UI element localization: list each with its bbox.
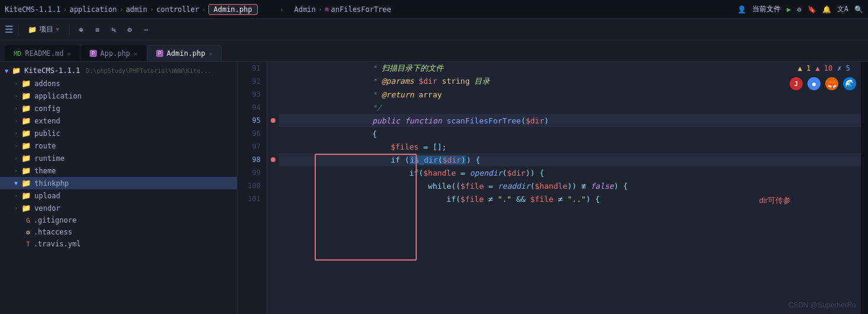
breadcrumb-active[interactable]: Admin.php xyxy=(208,4,258,15)
tree-item-upload[interactable]: › 📁 upload xyxy=(0,189,237,202)
line-96: 96 xyxy=(237,127,267,140)
breadcrumb-item-3[interactable]: admin xyxy=(126,5,147,14)
tree-item-theme[interactable]: › 📁 theme xyxy=(0,164,237,177)
divider-2 xyxy=(69,24,69,36)
main-layout: ▼ 📁 KiteCMS-1.1.1 D:\phpStudy\PHPTutoria… xyxy=(0,62,868,314)
current-file-label: 当前文件 xyxy=(752,4,781,14)
line-91: 91 xyxy=(237,62,267,75)
toolbar: ☰ 📁 项目 ▼ ⊕ ≡ ≒ ⚙ − xyxy=(0,19,868,40)
firefox-icon[interactable]: 🦊 xyxy=(825,77,838,90)
chrome-icon[interactable]: ● xyxy=(807,77,821,90)
minimize-icon[interactable]: − xyxy=(139,24,153,35)
label-runtime: runtime xyxy=(34,154,65,163)
folder-icon-thinkphp: 📁 xyxy=(21,179,31,188)
add-icon[interactable]: ⊕ xyxy=(74,24,88,35)
code-content[interactable]: * 扫描目录下的文件 * @params $dir string 目录 * @r… xyxy=(279,62,861,314)
translate-icon[interactable]: 文A xyxy=(837,4,848,14)
label-theme: theme xyxy=(34,167,56,175)
bp-95[interactable] xyxy=(267,114,279,127)
line-97: 97 xyxy=(237,140,267,153)
label-gitignore: .gitignore xyxy=(34,216,77,224)
line-92: 92 xyxy=(237,75,267,88)
folder-icon-extend: 📁 xyxy=(21,116,31,125)
label-application: application xyxy=(34,92,81,100)
tree-item-travis[interactable]: T .travis.yml xyxy=(0,238,237,250)
chevron-config: › xyxy=(14,105,18,112)
chevron-thinkphp: ▼ xyxy=(14,180,18,186)
line-98: 98 xyxy=(237,153,267,166)
label-extend: extend xyxy=(34,117,60,125)
chevron-route: › xyxy=(14,142,18,149)
tools-icon[interactable]: ⚙ xyxy=(797,5,802,14)
breadcrumb-item-2[interactable]: application xyxy=(69,5,116,14)
close-readme-tab[interactable]: ✕ xyxy=(67,50,71,57)
chevron-upload: › xyxy=(14,192,18,199)
chevron-addons: › xyxy=(14,80,18,87)
tree-item-vendor[interactable]: › 📁 vendor xyxy=(0,202,237,214)
file-tree: ▼ 📁 KiteCMS-1.1.1 D:\phpStudy\PHPTutoria… xyxy=(0,62,237,314)
chevron-theme: › xyxy=(14,167,18,174)
label-travis: .travis.yml xyxy=(34,240,81,248)
chevron-public: › xyxy=(14,130,18,137)
tree-item-route[interactable]: › 📁 route xyxy=(0,139,237,152)
label-route: route xyxy=(34,142,56,150)
folder-icon-vendor: 📁 xyxy=(21,204,31,212)
tree-item-application[interactable]: › 📁 application xyxy=(0,90,237,102)
jetbrains-icon[interactable]: J xyxy=(790,77,803,90)
play-icon[interactable]: ▶ xyxy=(787,5,791,14)
root-label: KiteCMS-1.1.1 xyxy=(24,66,80,75)
file-tabs: MD README.md ✕ P App.php ✕ P Admin.php ✕ xyxy=(0,40,868,62)
line-95: 95 xyxy=(237,114,267,127)
folder-icon-theme: 📁 xyxy=(21,166,31,175)
folder-icon-upload: 📁 xyxy=(21,191,31,200)
folder-icon-application: 📁 xyxy=(21,91,31,100)
folder-icon-route: 📁 xyxy=(21,141,31,150)
tree-item-addons[interactable]: › 📁 addons xyxy=(0,77,237,90)
titlebar-right: 👤 当前文件 ▶ ⚙ 🔖 🔔 文A 🔍 xyxy=(737,4,863,14)
sidebar-toggle-icon[interactable]: ☰ xyxy=(5,24,13,35)
tab-admin-php[interactable]: P Admin.php ✕ xyxy=(147,45,221,61)
search-icon[interactable]: 🔍 xyxy=(854,5,863,14)
notification-icon[interactable]: 🔔 xyxy=(822,5,831,14)
bp-98[interactable] xyxy=(267,153,279,166)
line-numbers: 91 92 93 94 95 96 97 98 99 100 101 xyxy=(237,62,267,314)
tree: ▼ 📁 KiteCMS-1.1.1 D:\phpStudy\PHPTutoria… xyxy=(0,62,237,252)
list-icon[interactable]: ≡ xyxy=(90,24,104,35)
edge-icon[interactable]: 🌊 xyxy=(843,77,856,90)
annotation-dir: dir可传参 xyxy=(759,195,791,206)
folder-icon-config: 📁 xyxy=(21,104,31,113)
code-lines: * 扫描目录下的文件 * @params $dir string 目录 * @r… xyxy=(279,62,861,205)
code-body: 91 92 93 94 95 96 97 98 99 100 101 xyxy=(237,62,868,314)
tree-item-thinkphp[interactable]: ▼ 📁 thinkphp xyxy=(0,177,237,189)
minimap[interactable] xyxy=(861,62,868,314)
line-93: 93 xyxy=(237,88,267,101)
chevron-extend: › xyxy=(14,118,18,124)
project-label[interactable]: 📁 项目 ▼ xyxy=(23,23,64,36)
tab-readme[interactable]: MD README.md ✕ xyxy=(5,45,80,61)
close-app-tab[interactable]: ✕ xyxy=(134,50,137,57)
breadcrumb-item-4[interactable]: controller xyxy=(156,5,199,14)
line-99: 99 xyxy=(237,166,267,179)
mid-gutter xyxy=(267,62,279,314)
tree-item-config[interactable]: › 📁 config xyxy=(0,102,237,115)
breadcrumb-tab-1[interactable]: Admin xyxy=(294,5,316,14)
tree-root[interactable]: ▼ 📁 KiteCMS-1.1.1 D:\phpStudy\PHPTutoria… xyxy=(0,64,237,77)
line-100: 100 xyxy=(237,179,267,192)
breadcrumb-tab-2[interactable]: anFilesForTree xyxy=(331,5,391,14)
tree-item-htaccess[interactable]: ⚙ .htaccess xyxy=(0,226,237,238)
label-config: config xyxy=(34,104,60,113)
bookmark-icon[interactable]: 🔖 xyxy=(807,5,816,14)
user-icon[interactable]: 👤 xyxy=(737,5,746,14)
close-admin-tab[interactable]: ✕ xyxy=(209,50,213,57)
code-editor: ▲ 1 ▲ 10 ✗ 5 J ● 🦊 🌊 dir可传参 91 xyxy=(237,62,868,314)
settings-icon[interactable]: ⚙ xyxy=(123,24,137,35)
tree-item-gitignore[interactable]: G .gitignore xyxy=(0,214,237,226)
tab-app-php[interactable]: P App.php ✕ xyxy=(81,45,146,61)
tree-item-extend[interactable]: › 📁 extend xyxy=(0,115,237,127)
breadcrumb-item-1[interactable]: KiteCMS-1.1.1 xyxy=(5,5,61,14)
chevron-vendor: › xyxy=(14,205,18,211)
tree-item-runtime[interactable]: › 📁 runtime xyxy=(0,152,237,164)
folder-icon-addons: 📁 xyxy=(21,79,31,88)
tree-item-public[interactable]: › 📁 public xyxy=(0,127,237,139)
collapse-icon[interactable]: ≒ xyxy=(107,24,121,35)
